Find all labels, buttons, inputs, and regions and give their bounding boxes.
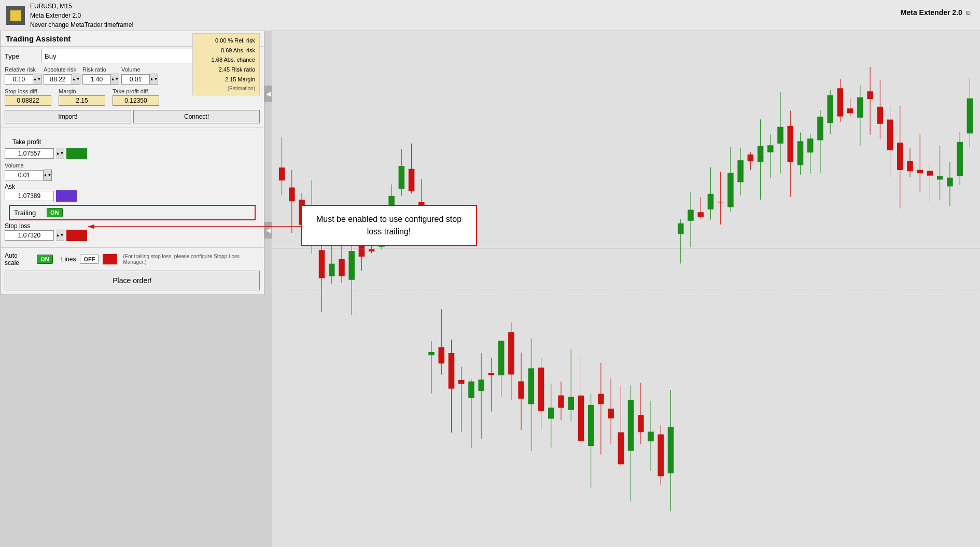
take-profit-input[interactable] [5,148,54,159]
volume-input[interactable] [121,74,150,85]
ask-color-bar [56,190,77,202]
auto-scale-toggle[interactable]: ON [37,255,53,264]
risk-ratio-spinner[interactable]: ▲▼ [111,74,119,85]
stop-loss-color-bar [66,230,87,241]
take-profit-diff-input[interactable] [113,95,159,106]
spinner-arrows-icon: ▲▼ [33,77,41,81]
margin-input[interactable] [59,95,105,106]
type-label: Type [5,52,36,60]
callout-box: Must be enabled to use configured stop l… [301,205,477,246]
volume-spinner[interactable]: ▲▼ [150,74,158,85]
lines-color-bar [103,254,117,264]
stats-abs-risk: 0.69 Abs. risk [197,46,255,55]
candlestick-chart [272,31,980,547]
price-line [272,248,980,248]
ask-group: Ask [5,183,260,202]
relative-risk-input-group: ▲▼ [5,74,41,85]
app-title-right: Meta Extender 2.0 ☺ [901,8,972,17]
volume2-spinner-icon: ▲▼ [44,173,52,177]
import-connect-row: Import! Connect! [1,108,264,125]
relative-risk-spinner[interactable]: ▲▼ [33,74,41,85]
instrument-info: EURUSD, M15 Meta Extender 2.0 Never chan… [30,2,134,30]
bottom-controls: Auto scale ON Lines OFF (For trailing st… [1,250,264,269]
volume2-label: Volume [5,162,260,169]
stats-risk-ratio: 2.45 Risk ratio [197,65,255,75]
stats-rel-risk: 0.00 % Rel. risk [197,36,255,46]
lines-toggle[interactable]: OFF [80,255,99,264]
absolute-risk-spinner[interactable]: ▲▼ [72,74,80,85]
take-profit-row: Take profit [5,138,260,146]
volume-input-group: ▲▼ [121,74,158,85]
place-order-button[interactable]: Place order! [5,271,260,290]
stop-loss-label: Stop loss [5,222,260,230]
symbol-label: EURUSD, M15 [30,2,134,11]
instrument-icon-inner [10,10,21,21]
relative-risk-input[interactable] [5,74,33,85]
trailing-toggle[interactable]: ON [47,208,63,217]
take-profit-spinner-icon: ▲▼ [56,151,64,156]
risk-ratio-input-group: ▲▼ [82,74,119,85]
absolute-risk-input[interactable] [44,74,72,85]
take-profit-input-row: ▲▼ [5,148,260,159]
risk-ratio-group: Risk ratio ▲▼ [82,66,119,85]
risk-ratio-input[interactable] [82,74,111,85]
absolute-risk-group: Absolute risk ▲▼ [44,66,80,85]
stop-loss-group: Stop loss ▲▼ [5,222,260,241]
volume-label: Volume [121,66,141,73]
trailing-row: Trailing ON [9,205,256,220]
relative-risk-label: Relative risk [5,66,36,73]
callout-text: Must be enabled to use configured stop l… [316,215,461,236]
spinner-arrows4-icon: ▲▼ [150,77,158,81]
stop-loss-input-row: ▲▼ [5,230,260,241]
stop-loss-diff-input[interactable] [5,95,51,106]
top-bar: EURUSD, M15 Meta Extender 2.0 Never chan… [0,0,980,31]
margin-group: Margin [59,88,105,106]
stats-estimation: (Estimation) [197,84,255,93]
take-profit-diff-group: Take profit diff. [113,88,159,106]
stop-loss-spinner[interactable]: ▲▼ [56,230,64,241]
absolute-risk-label: Absolute risk [44,66,76,73]
app-name-label: Meta Extender 2.0 [30,11,134,20]
take-profit-diff-label: Take profit diff. [113,88,149,94]
stats-abs-chance: 1.68 Abs. chance [197,55,255,65]
trading-panel: Trading Assistent Type Buy ▼ Relative ri… [0,31,264,295]
warning-label: Never change MetaTrader timeframe! [30,20,134,30]
volume2-group: Volume ▲▼ [5,162,260,181]
volume2-input[interactable] [5,170,44,180]
volume2-input-group: ▲▼ [5,170,260,181]
auto-scale-label: Auto scale [5,252,33,267]
instrument-icon [6,6,25,25]
take-profit-label: Take profit [5,138,41,146]
connect-button[interactable]: Connect! [133,110,260,123]
collapse-arrow-top[interactable]: ◀ [264,86,272,102]
stop-loss-diff-group: Stop loss diff. [5,88,51,106]
trailing-note: (For trailing stop loss, please configur… [123,254,260,265]
margin-label: Margin [59,88,76,94]
collapse-arrow-bottom[interactable]: ◀ [264,222,272,239]
take-profit-spinner[interactable]: ▲▼ [56,148,64,159]
volume-group: Volume ▲▼ [121,66,158,85]
chart-area [272,31,980,547]
stop-loss-spinner-icon: ▲▼ [56,233,64,237]
take-profit-color-bar [66,148,87,159]
stop-loss-input[interactable] [5,230,54,241]
type-value: Buy [45,52,56,60]
trade-fields-left: Take profit ▲▼ Volume ▲▼ Ask [5,138,260,243]
ask-label: Ask [5,183,260,190]
ask-input[interactable] [5,191,54,201]
stats-margin: 2.15 Margin [197,75,255,85]
trailing-label: Trailing [14,209,43,217]
ask-input-row [5,190,260,202]
lines-label: Lines [61,256,76,263]
trade-section: Take profit ▲▼ Volume ▲▼ Ask [1,136,264,245]
spinner-arrows3-icon: ▲▼ [111,77,119,81]
risk-ratio-label: Risk ratio [82,66,106,73]
stop-loss-diff-label: Stop loss diff. [5,88,39,94]
stats-box: 0.00 % Rel. risk 0.69 Abs. risk 1.68 Abs… [192,33,260,95]
import-button[interactable]: Import! [5,110,131,123]
absolute-risk-input-group: ▲▼ [44,74,80,85]
spinner-arrows2-icon: ▲▼ [72,77,80,81]
relative-risk-group: Relative risk ▲▼ [5,66,41,85]
volume2-spinner[interactable]: ▲▼ [44,170,52,181]
